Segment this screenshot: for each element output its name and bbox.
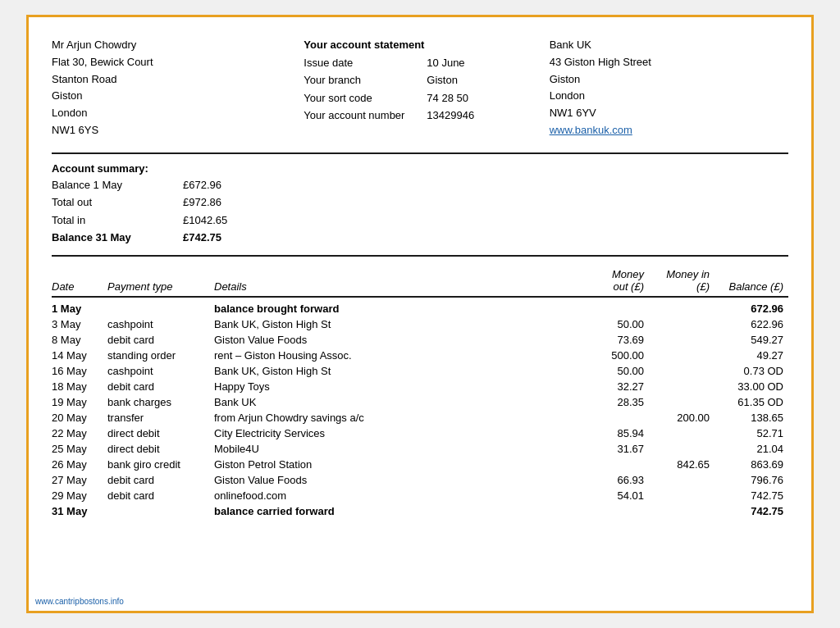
summary-label-3: Balance 31 May [52,229,183,246]
bank-website[interactable]: www.bankuk.com [550,124,632,136]
account-value: 13429946 [427,107,474,124]
cell-details: onlinefood.com [214,488,583,503]
table-row: 29 May debit card onlinefood.com 54.01 7… [52,488,788,503]
cell-moneyin [649,348,714,363]
cell-details: Giston Value Foods [214,332,583,348]
cell-balance: 0.73 OD [714,363,788,379]
cell-date: 14 May [52,348,107,363]
cell-date: 31 May [52,503,107,519]
cell-date: 20 May [52,410,107,425]
cell-payment [107,503,214,519]
branch-label: Your branch [304,71,427,89]
cell-moneyout: 500.00 [583,348,649,363]
col-header-balance: Balance (£) [714,265,788,297]
table-row: 20 May transfer from Arjun Chowdry savin… [52,410,788,425]
branch-row: Your branch Giston [304,71,536,89]
addressee-name: Mr Arjun Chowdry [52,37,290,54]
bank-address4: NW1 6YV [550,105,788,122]
cell-payment: cashpoint [107,363,214,379]
cell-balance: 49.27 [714,348,788,363]
cell-payment: direct debit [107,425,214,441]
col-header-payment: Payment type [107,265,214,297]
bank-col: Bank UK 43 Giston High Street Giston Lon… [543,37,788,139]
cell-balance: 796.76 [714,472,788,488]
account-row: Your account number 13429946 [304,107,536,124]
table-row: 26 May bank giro credit Giston Petrol St… [52,457,788,472]
cell-details: City Electricity Services [214,425,583,441]
cell-payment [107,297,214,316]
cell-payment: transfer [107,410,214,425]
statement-box: Mr Arjun Chowdry Flat 30, Bewick Court S… [26,15,814,613]
summary-label-2: Total in [52,212,183,229]
bank-address3: London [550,88,788,105]
cell-balance: 52.71 [714,425,788,441]
cell-payment: debit card [107,379,214,394]
table-header: Date Payment type Details Moneyout (£) M… [52,265,788,297]
details-col: Your account statement Issue date 10 Jun… [297,37,542,139]
table-row: 25 May direct debit Mobile4U 31.67 21.04 [52,441,788,457]
addressee-col: Mr Arjun Chowdry Flat 30, Bewick Court S… [52,37,297,139]
table-body: 1 May balance brought forward 672.96 3 M… [52,297,788,519]
cell-balance: 33.00 OD [714,379,788,394]
table-row: 27 May debit card Giston Value Foods 66.… [52,472,788,488]
account-label: Your account number [304,107,427,124]
cell-balance: 549.27 [714,332,788,348]
cell-moneyin: 200.00 [649,410,714,425]
cell-payment: standing order [107,348,214,363]
cell-payment: direct debit [107,441,214,457]
cell-details: Giston Value Foods [214,472,583,488]
cell-details: Bank UK [214,394,583,410]
cell-payment: debit card [107,488,214,503]
cell-balance: 138.65 [714,410,788,425]
cell-moneyin [649,472,714,488]
cell-date: 25 May [52,441,107,457]
cell-date: 27 May [52,472,107,488]
statement-title: Your account statement [304,37,536,54]
summary-row-1: Total out £972.86 [52,193,788,211]
cell-details: Mobile4U [214,441,583,457]
cell-details: Giston Petrol Station [214,457,583,472]
header-divider [52,152,788,154]
addressee-line4: London [52,105,290,122]
addressee-line3: Giston [52,88,290,105]
col-header-moneyout: Moneyout (£) [583,265,649,297]
table-row: 8 May debit card Giston Value Foods 73.6… [52,332,788,348]
table-row: 31 May balance carried forward 742.75 [52,503,788,519]
table-row: 19 May bank charges Bank UK 28.35 61.35 … [52,394,788,410]
cell-moneyin [649,332,714,348]
summary-row-0: Balance 1 May £672.96 [52,176,788,193]
cell-moneyin [649,394,714,410]
cell-date: 22 May [52,425,107,441]
summary-value-2: £1042.65 [183,212,249,229]
table-row: 14 May standing order rent – Giston Hous… [52,348,788,363]
cell-balance: 672.96 [714,297,788,316]
cell-moneyin [649,316,714,332]
addressee-line2: Stanton Road [52,71,290,89]
cell-details: balance carried forward [214,503,583,519]
cell-balance: 742.75 [714,488,788,503]
cell-balance: 21.04 [714,441,788,457]
cell-date: 29 May [52,488,107,503]
sortcode-row: Your sort code 74 28 50 [304,89,536,107]
cell-details: rent – Giston Housing Assoc. [214,348,583,363]
cell-payment: debit card [107,472,214,488]
addressee-line5: NW1 6YS [52,122,290,139]
summary-title: Account summary: [52,162,788,175]
cell-balance: 622.96 [714,316,788,332]
sortcode-label: Your sort code [304,89,427,107]
table-row: 16 May cashpoint Bank UK, Giston High St… [52,363,788,379]
cell-payment: cashpoint [107,316,214,332]
cell-moneyin [649,425,714,441]
summary-value-1: £972.86 [183,193,249,211]
summary-section: Account summary: Balance 1 May £672.96 T… [52,162,788,247]
cell-moneyout: 66.93 [583,472,649,488]
sortcode-value: 74 28 50 [427,89,468,107]
cell-moneyout [583,297,649,316]
cell-date: 26 May [52,457,107,472]
cell-moneyin [649,363,714,379]
summary-row-2: Total in £1042.65 [52,212,788,229]
transactions-table: Date Payment type Details Moneyout (£) M… [52,265,788,519]
summary-value-0: £672.96 [183,176,249,193]
cell-balance: 863.69 [714,457,788,472]
bank-name: Bank UK [550,37,788,54]
